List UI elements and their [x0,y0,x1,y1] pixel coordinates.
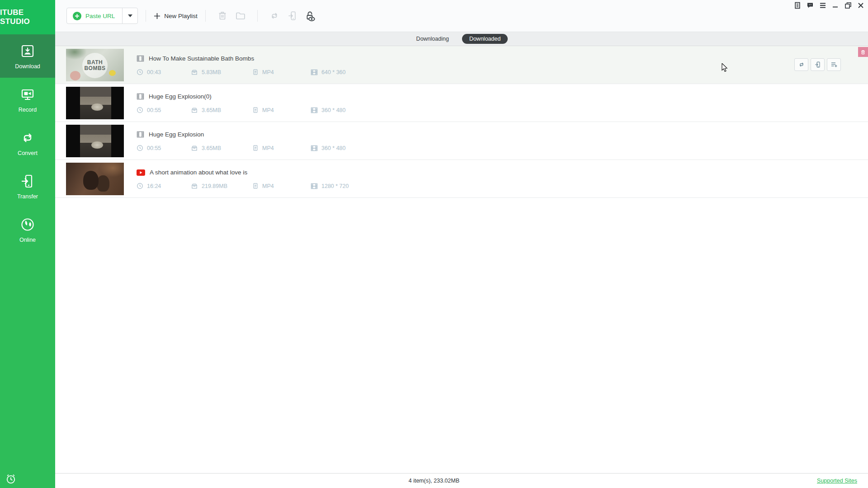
transfer-to-device-icon[interactable] [287,10,298,21]
download-row[interactable]: A short animation about what love is 16:… [55,160,868,198]
supported-sites-link[interactable]: Supported Sites [817,478,857,484]
video-resolution: 360 * 480 [321,145,346,151]
scheduler-clock-icon[interactable] [5,473,17,485]
tab-downloading[interactable]: Downloading [415,34,450,43]
sidebar-item-label: Convert [18,150,38,156]
close-icon[interactable] [857,2,864,9]
sidebar-item-convert[interactable]: Convert [0,121,55,164]
video-info: A short animation about what love is 16:… [137,168,349,189]
download-row[interactable]: Huge Egg Explosion 00:55 3.65MB [55,122,868,160]
format-file-icon [252,107,259,113]
resolution-film-icon [311,107,318,113]
video-size: 219.89MB [202,183,227,189]
tab-bar: Downloading Downloaded [55,32,868,46]
app-logo: ITUBE STUDIO [0,0,55,34]
record-icon [19,86,36,103]
video-info: How To Make Sustainable Bath Bombs 00:43… [137,54,346,75]
new-playlist-button[interactable]: New Playlist [154,13,198,19]
youtube-icon [137,169,145,176]
video-resolution: 640 * 360 [321,69,346,75]
video-title: How To Make Sustainable Bath Bombs [149,55,254,62]
toolbar: Paste URL New Playlist [55,0,868,32]
row-add-to-playlist-button[interactable] [827,58,841,71]
online-globe-icon [19,216,36,233]
film-icon [137,55,144,62]
duration-clock-icon [137,107,143,113]
video-format: MP4 [262,107,274,113]
video-format: MP4 [262,145,274,151]
video-thumbnail[interactable]: BATH BOMBS [66,49,124,81]
sidebar-item-label: Download [15,63,40,70]
menu-icon[interactable] [819,2,826,9]
duration-clock-icon [137,145,143,151]
paste-url-button[interactable]: Paste URL [67,8,122,23]
file-size-icon [191,183,198,189]
video-title: Huge Egg Explosion(0) [149,93,212,100]
film-icon [137,93,144,100]
video-meta: 00:55 3.65MB MP4 [137,107,346,113]
open-folder-icon[interactable] [235,10,246,21]
file-size-icon [191,145,198,151]
video-duration: 00:55 [147,107,161,113]
convert-icon[interactable] [269,10,280,21]
row-convert-button[interactable] [794,58,808,71]
video-duration: 16:24 [147,183,161,189]
paste-url-label: Paste URL [85,13,115,19]
film-icon [137,131,144,138]
video-meta: 00:55 3.65MB MP4 [137,145,346,151]
file-size-icon [191,107,198,113]
row-action-buttons [794,58,841,71]
restore-icon[interactable] [844,2,852,9]
thumbnail-art [83,171,99,190]
paste-url-button-group: Paste URL [66,8,138,24]
private-mode-lock-icon[interactable] [305,10,316,21]
download-row[interactable]: BATH BOMBS How To Make Sustainable Bath … [55,46,868,84]
thumbnail-text: BATH BOMBS [82,60,108,71]
sidebar-item-label: Online [19,237,36,243]
row-delete-button[interactable] [858,47,868,57]
video-duration: 00:43 [147,69,161,75]
video-title: Huge Egg Explosion [149,131,204,138]
format-file-icon [252,183,259,189]
video-title: A short animation about what love is [150,169,247,176]
sidebar-item-download[interactable]: Download [0,34,55,78]
status-bar: 4 item(s), 233.02MB Supported Sites [55,473,868,488]
download-icon [19,43,36,59]
video-thumbnail[interactable] [66,87,124,119]
transfer-icon [19,173,36,189]
tab-downloaded[interactable]: Downloaded [462,34,508,44]
paste-url-dropdown[interactable] [122,8,137,23]
resolution-film-icon [311,183,318,189]
app-window: ITUBE STUDIO Download Record Conve [0,0,868,488]
sidebar-item-record[interactable]: Record [0,78,55,121]
video-meta: 16:24 219.89MB MP4 [137,183,349,189]
video-thumbnail[interactable] [66,125,124,157]
delete-icon[interactable] [217,10,228,21]
toolbar-separator [205,10,206,22]
sidebar-nav: Download Record Convert Transfer [0,34,55,251]
sidebar-item-label: Record [19,107,37,113]
thumbnail-art [80,87,111,119]
convert-icon [19,130,36,146]
feedback-icon[interactable] [807,2,814,9]
main-area: Paste URL New Playlist [55,0,868,488]
row-transfer-button[interactable] [811,58,825,71]
video-thumbnail[interactable] [66,163,124,195]
minimize-icon[interactable] [832,2,839,9]
format-file-icon [252,69,259,75]
sidebar-item-online[interactable]: Online [0,208,55,251]
new-playlist-label: New Playlist [164,13,198,19]
register-icon[interactable] [794,2,801,9]
video-format: MP4 [262,183,274,189]
format-file-icon [252,145,259,151]
video-size: 3.65MB [202,145,221,151]
plus-icon [154,13,160,19]
download-row[interactable]: Huge Egg Explosion(0) 00:55 3.65MB [55,84,868,122]
chevron-down-icon [128,14,132,17]
video-format: MP4 [262,69,274,75]
titlebar-controls [794,2,864,9]
sidebar-item-transfer[interactable]: Transfer [0,164,55,208]
file-size-icon [191,69,198,75]
download-list: BATH BOMBS How To Make Sustainable Bath … [55,46,868,473]
items-summary: 4 item(s), 233.02MB [409,478,460,484]
